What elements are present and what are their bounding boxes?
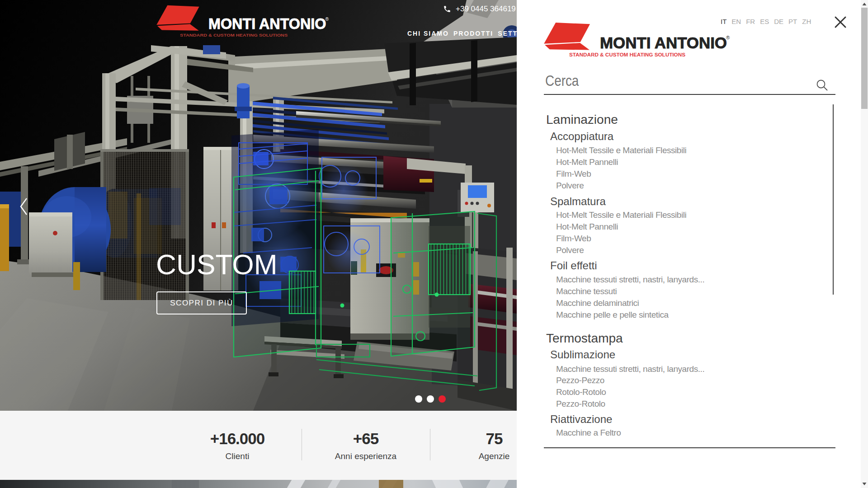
svg-text:STANDARD & CUSTOM HEATING SOLU: STANDARD & CUSTOM HEATING SOLUTIONS: [180, 33, 288, 38]
svg-text:STANDARD & CUSTOM HEATING SOLU: STANDARD & CUSTOM HEATING SOLUTIONS: [569, 52, 685, 57]
svg-text:MONTI ANTONIO: MONTI ANTONIO: [600, 34, 727, 52]
svg-text:®: ®: [326, 17, 329, 22]
svg-text:MONTI ANTONIO: MONTI ANTONIO: [208, 16, 326, 32]
svg-text:®: ®: [726, 35, 730, 40]
